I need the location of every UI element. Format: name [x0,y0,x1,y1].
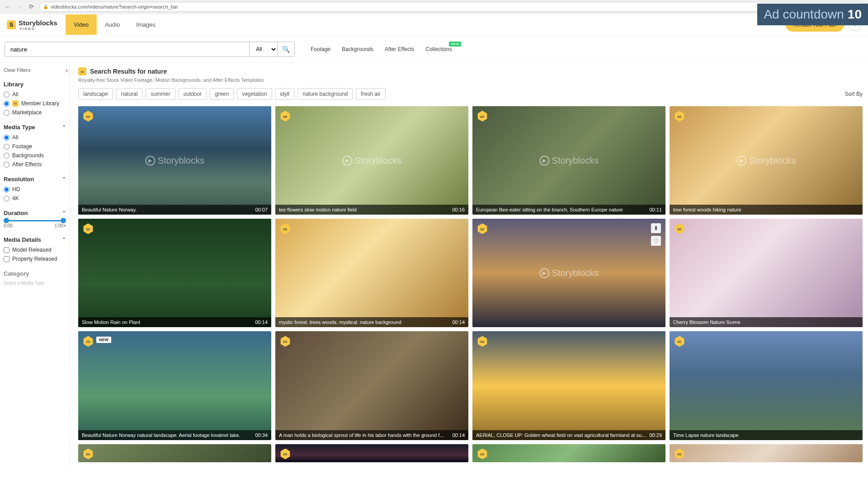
search-box: All 🔍 [5,42,295,57]
infinity-icon: ∞ [78,67,86,75]
filter-resolution: Resolution ⌃ HD4K [4,176,66,202]
video-title: European Bee-eater sitting on the branch… [476,207,646,212]
type-link-after-effects[interactable]: After Effects [385,46,414,52]
video-duration: 00:16 [452,207,465,212]
video-card[interactable]: ∞▶StoryblocksBeautiful Nature Norway.00:… [78,106,271,215]
filter-media-details: Media Details ⌃ Model ReleasedProperty R… [4,236,66,262]
tab-audio[interactable]: Audio [97,14,128,35]
suggested-tags: landscapenaturalsummeroutdoorgreenvegeta… [78,88,863,100]
video-card[interactable]: ∞▶Storyblocks⬇♡ [472,219,665,327]
type-link-backgrounds[interactable]: Backgrounds [342,46,373,52]
video-title: Time Lapse nature landscape [673,432,855,438]
resolution-option[interactable]: 4K [4,195,66,202]
ad-label: Ad countdown [764,7,844,22]
slider-handle-max[interactable] [61,218,66,223]
ad-count: 10 [848,7,862,22]
search-filter-select[interactable]: All [249,42,277,56]
filter-duration: Duration ⌃ 0:00 1:00+ [4,210,66,228]
video-card[interactable]: ∞ [275,444,468,462]
type-link-collections[interactable]: CollectionsNEW [425,46,452,52]
video-title: Slow Motion Rain on Plant [82,319,251,325]
suggested-tag[interactable]: green [210,88,234,100]
filter-category-title: Category [4,270,66,277]
filter-duration-title[interactable]: Duration ⌃ [4,210,66,216]
video-title: Cherry Blossom Nature Scene [673,319,855,325]
sort-by-button[interactable]: Sort By [845,91,863,97]
tab-video[interactable]: Video [66,14,97,35]
type-link-footage[interactable]: Footage [311,46,330,52]
video-card[interactable]: ∞Slow Motion Rain on Plant00:14 [78,219,271,327]
resolution-option[interactable]: HD [4,186,66,192]
download-icon[interactable]: ⬇ [651,223,661,233]
suggested-tag[interactable]: landscape [78,88,113,100]
logo[interactable]: S Storyblocks VIDEO [7,19,57,31]
media-details-option[interactable]: Model Released [4,247,66,253]
media-details-option[interactable]: Property Released [4,256,66,262]
tab-images[interactable]: Images [128,14,164,35]
video-card[interactable]: ∞A man holds a biological sprout of life… [275,331,468,440]
heart-icon[interactable]: ♡ [651,236,661,246]
video-card[interactable]: ∞AERIAL, CLOSE UP: Golden wheat field on… [472,331,665,440]
url-bar[interactable]: 🔒 videoblocks.com/videos/nature?search-o… [39,2,864,12]
url-text: videoblocks.com/videos/nature?search-ori… [51,4,178,9]
filter-media-type-title[interactable]: Media Type ⌃ [4,124,66,131]
suggested-tag[interactable]: summer [146,88,175,100]
library-option[interactable]: Marketplace [4,109,66,116]
brand-sub: VIDEO [19,27,57,31]
suggested-tag[interactable]: natural [116,88,143,100]
video-card[interactable]: ∞Cherry Blossom Nature Scene [670,219,863,327]
filter-media-type: Media Type ⌃ AllFootageBackgroundsAfter … [4,124,66,168]
new-badge: NEW [96,337,111,343]
results-heading: Search Results for nature [90,68,167,75]
mediatype-option[interactable]: Footage [4,143,66,150]
suggested-tag[interactable]: fresh air [356,88,385,100]
duration-min: 0:00 [4,223,12,228]
watermark: ▶Storyblocks [539,155,599,166]
library-option[interactable]: All [4,91,66,98]
search-input[interactable] [5,42,249,56]
video-duration: 00:14 [452,432,465,438]
chevron-up-icon: ⌃ [62,124,66,130]
search-button[interactable]: 🔍 [277,42,294,56]
suggested-tag[interactable]: outdoor [179,88,207,100]
video-card[interactable]: ∞ [472,444,665,462]
chevron-up-icon: ⌃ [62,210,66,216]
video-card[interactable]: ∞NEWBeautiful Nature Norway natural land… [78,331,271,440]
video-card[interactable]: ∞ [78,444,271,462]
forward-icon[interactable]: → [15,3,24,11]
video-title: tee flowers slow motion nature field [279,207,448,212]
library-option[interactable]: ∞Member Library [4,100,66,107]
collapse-sidebar-icon[interactable]: ‹ [66,66,68,74]
mediatype-option[interactable]: Backgrounds [4,152,66,159]
video-card[interactable]: ∞ [670,444,863,462]
duration-max: 1:00+ [55,223,66,228]
search-icon: 🔍 [282,46,290,53]
suggested-tag[interactable]: nature background [297,88,353,100]
reload-icon[interactable]: ⟳ [27,3,35,11]
video-title: Beautiful Nature Norway. [82,207,251,212]
video-grid-partial: ∞∞∞∞ [78,444,863,462]
duration-slider[interactable] [4,220,66,221]
suggested-tag[interactable]: idyll [275,88,295,100]
video-title: mystic forest. trees woods. mystical. na… [279,319,448,325]
filter-media-details-title[interactable]: Media Details ⌃ [4,236,66,243]
back-icon[interactable]: ← [4,3,12,11]
mediatype-option[interactable]: After Effects [4,161,66,168]
video-card[interactable]: ∞Time Lapse nature landscape [670,331,863,440]
video-title: AERIAL, CLOSE UP: Golden wheat field on … [476,432,646,438]
video-card[interactable]: ∞▶Storyblockstee flowers slow motion nat… [275,106,468,215]
slider-handle-min[interactable] [4,218,9,223]
logo-icon: S [7,20,16,29]
filters-sidebar: ‹ Clear Filters Library All∞Member Libra… [0,63,70,467]
filter-library-title: Library [4,81,66,88]
video-card[interactable]: ∞▶StoryblocksEuropean Bee-eater sitting … [472,106,665,215]
top-nav: S Storyblocks VIDEO VideoAudioImages Res… [0,14,868,36]
filter-resolution-title[interactable]: Resolution ⌃ [4,176,66,183]
suggested-tag[interactable]: vegetation [237,88,272,100]
video-card[interactable]: ∞▶Storyblockstree forest woods hiking na… [670,106,863,215]
video-card[interactable]: ∞mystic forest. trees woods. mystical. n… [275,219,468,327]
clear-filters-link[interactable]: Clear Filters [4,67,66,73]
results-content: ∞ Search Results for nature Royalty-free… [70,63,868,467]
mediatype-option[interactable]: All [4,134,66,141]
category-note: Select a Media Type [4,281,66,286]
